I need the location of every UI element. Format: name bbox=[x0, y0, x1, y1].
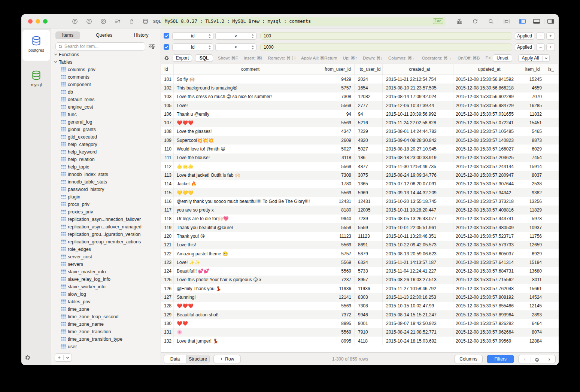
add-filter-button[interactable]: + bbox=[546, 43, 555, 51]
cell-from-user-id[interactable]: 5569 bbox=[324, 188, 355, 197]
disconnect-icon[interactable] bbox=[85, 18, 93, 25]
sidebar-table-innodb_index_stats[interactable]: innodb_index_stats bbox=[51, 171, 161, 178]
cell-from-user-id[interactable]: 5569 bbox=[324, 267, 355, 276]
cell-from-user-id[interactable]: 11123 bbox=[324, 232, 355, 240]
cell-is[interactable] bbox=[545, 188, 559, 197]
cell-is[interactable] bbox=[545, 328, 559, 337]
cell-from-user-id[interactable]: 12141 bbox=[324, 293, 355, 301]
cell-updated-at[interactable]: 2015-12-08 15:30:56.841592 bbox=[453, 75, 523, 83]
cell-is[interactable] bbox=[545, 197, 559, 206]
cell-created-at[interactable]: 2015-08-26 16:03:27.513 bbox=[383, 276, 453, 284]
cell-item-id[interactable]: 15194 bbox=[523, 258, 545, 267]
table-row[interactable]: 122Amazing pastel theme 😬575758792015-08… bbox=[161, 249, 559, 258]
cell-from-user-id[interactable]: 11936 bbox=[324, 284, 355, 293]
table-row[interactable]: 126@Emily Thank you 💃11936119362015-11-2… bbox=[161, 284, 559, 293]
cell-to-user-id[interactable]: 1365 bbox=[355, 180, 383, 188]
database-icon[interactable] bbox=[142, 18, 149, 25]
cell-id[interactable]: 117 bbox=[161, 206, 174, 214]
table-row[interactable]: 101So fly 🙌🏼942920242015-11-21 22:12:54.… bbox=[161, 75, 559, 83]
cell-item-id[interactable]: 8873 bbox=[523, 136, 545, 145]
cell-created-at[interactable]: 2015-12-06 10:37:39.44 bbox=[383, 101, 453, 110]
table-row[interactable]: 118Ur legs are to die for🙌🏻💖994072392015… bbox=[161, 215, 559, 223]
tab-history[interactable]: History bbox=[128, 31, 155, 39]
cell-is[interactable] bbox=[545, 127, 559, 136]
cell-to-user-id[interactable]: 11123 bbox=[355, 232, 383, 240]
cell-is[interactable] bbox=[545, 284, 559, 293]
cell-id[interactable]: 111 bbox=[161, 154, 174, 162]
cell-comment[interactable]: Thank you beautiful @laurel bbox=[174, 223, 324, 232]
cell-id[interactable]: 114 bbox=[161, 180, 174, 188]
cell-created-at[interactable]: 2015-11-24 22:02:58.828 bbox=[383, 118, 453, 127]
tree-section-tables[interactable]: Tables bbox=[51, 59, 161, 66]
cell-updated-at[interactable]: 2015-12-08 15:30:57.140823 bbox=[453, 136, 523, 145]
search-input[interactable]: Search for item... bbox=[55, 42, 145, 51]
cell-item-id[interactable]: 5465 bbox=[523, 127, 545, 136]
cell-to-user-id[interactable]: 5027 bbox=[355, 145, 383, 153]
cell-id[interactable]: 127 bbox=[161, 293, 174, 301]
cell-id[interactable]: 101 bbox=[161, 75, 174, 83]
cell-updated-at[interactable]: 2015-12-08 15:30:57.762048 bbox=[453, 284, 523, 293]
sidebar-table-time_zone_leap_second[interactable]: time_zone_leap_second bbox=[51, 313, 161, 320]
next-page-button[interactable]: › bbox=[543, 355, 555, 363]
cell-from-user-id[interactable]: 1780 bbox=[324, 180, 355, 188]
filter-operator-select[interactable]: > bbox=[215, 32, 256, 40]
cell-item-id[interactable]: 13256 bbox=[523, 197, 545, 206]
cell-id[interactable]: 112 bbox=[161, 162, 174, 171]
sql-button[interactable]: SQL bbox=[195, 54, 213, 62]
export-button[interactable]: Export bbox=[173, 54, 192, 62]
column-header-updated-at[interactable]: updated_at bbox=[453, 64, 523, 75]
cell-to-user-id[interactable]: 8691 bbox=[355, 241, 383, 249]
filter-applied-button[interactable]: Applied bbox=[515, 43, 534, 51]
cell-id[interactable]: 125 bbox=[161, 276, 174, 284]
sidebar-table-innodb_table_stats[interactable]: innodb_table_stats bbox=[51, 178, 161, 186]
cell-is[interactable] bbox=[545, 171, 559, 179]
sidebar-table-global_grants[interactable]: global_grants bbox=[51, 126, 161, 133]
cell-comment[interactable]: Amazing pastel theme 😬 bbox=[174, 249, 324, 258]
column-header-id[interactable]: id bbox=[161, 64, 174, 75]
cell-id[interactable]: 126 bbox=[161, 284, 174, 293]
cell-item-id[interactable]: 6464 bbox=[523, 319, 545, 328]
cell-comment[interactable]: 🌸 bbox=[174, 328, 324, 337]
cell-comment[interactable]: Would love to! @mith 😁 bbox=[174, 145, 324, 153]
log-list-icon[interactable] bbox=[114, 18, 121, 25]
cell-item-id[interactable]: 2893 bbox=[523, 310, 545, 319]
cell-item-id[interactable]: 7454 bbox=[523, 154, 545, 162]
cell-is[interactable] bbox=[545, 276, 559, 284]
cell-updated-at[interactable]: 2015-12-08 15:30:57.280947 bbox=[453, 171, 523, 179]
close-window-button[interactable] bbox=[28, 19, 33, 24]
table-row[interactable]: 114Jacket 🔥178013652015-07-12 06:20:07.0… bbox=[161, 180, 559, 188]
cell-to-user-id[interactable]: 5559 bbox=[355, 223, 383, 232]
cell-comment[interactable]: @Emily Thank you 💃 bbox=[174, 284, 324, 293]
cell-created-at[interactable]: 2015-08-10 21:23:57.505 bbox=[383, 83, 453, 92]
connection-pin-icon[interactable] bbox=[71, 18, 79, 25]
sidebar-table-procs_priv[interactable]: procs_priv bbox=[51, 201, 161, 208]
cell-from-user-id[interactable]: 2609 bbox=[324, 136, 355, 145]
cell-updated-at[interactable]: 2015-12-08 15:30:57.99569 bbox=[453, 337, 523, 345]
cell-to-user-id[interactable]: 8303 bbox=[355, 293, 383, 301]
connection-mysql[interactable]: mysql bbox=[22, 64, 50, 95]
cell-from-user-id[interactable]: 5569 bbox=[324, 162, 355, 171]
cell-comment[interactable]: Love the glasses! bbox=[174, 127, 324, 136]
cell-item-id[interactable]: 13680 bbox=[523, 267, 545, 276]
cell-to-user-id[interactable]: 186 bbox=[355, 154, 383, 162]
column-header-to-user-id[interactable]: to_user_id bbox=[355, 64, 383, 75]
cell-comment[interactable]: ❤️❤️❤️ bbox=[174, 302, 324, 310]
cell-is[interactable] bbox=[545, 136, 559, 145]
cell-updated-at[interactable]: 2015-12-08 15:30:57.573733 bbox=[453, 241, 523, 249]
cell-from-user-id[interactable]: 5757 bbox=[324, 83, 355, 92]
cell-comment[interactable]: Jacket 🔥 bbox=[174, 180, 324, 188]
sidebar-table-general_log[interactable]: general_log bbox=[51, 118, 161, 126]
cell-from-user-id[interactable]: 5757 bbox=[324, 249, 355, 258]
sidebar-table-engine_cost[interactable]: engine_cost bbox=[51, 103, 161, 111]
cell-comment[interactable]: Thank u @emily bbox=[174, 110, 324, 118]
cell-item-id[interactable]: 8011 bbox=[523, 276, 545, 284]
cell-item-id[interactable]: 15661 bbox=[523, 284, 545, 293]
cell-to-user-id[interactable]: 6334 bbox=[355, 258, 383, 267]
cell-from-user-id[interactable]: 5027 bbox=[324, 145, 355, 153]
cell-is[interactable] bbox=[545, 101, 559, 110]
cell-to-user-id[interactable]: 9001 bbox=[355, 319, 383, 328]
cell-comment[interactable]: Ur legs are to die for🙌🏻💖 bbox=[174, 215, 324, 223]
cell-to-user-id[interactable]: 9946 bbox=[355, 310, 383, 319]
cell-item-id[interactable]: 8074 bbox=[523, 328, 545, 337]
cell-item-id[interactable]: 12659 bbox=[523, 241, 545, 249]
